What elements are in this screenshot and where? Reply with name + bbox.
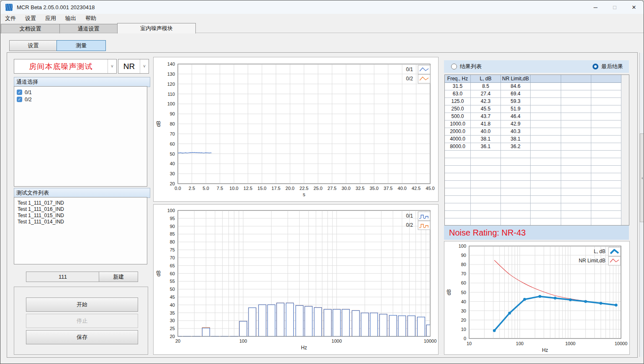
menu-output[interactable]: 输出: [61, 15, 81, 22]
channel-item[interactable]: ✓0/2: [14, 96, 147, 103]
table-cell-empty: [471, 181, 501, 188]
menu-settings[interactable]: 设置: [21, 15, 41, 22]
save-button[interactable]: 保存: [26, 330, 138, 344]
table-cell[interactable]: 8.5: [471, 83, 501, 90]
table-cell[interactable]: 31.5: [445, 83, 471, 90]
file-list-item[interactable]: Test 1_111_015_IND: [14, 213, 147, 219]
svg-text:90: 90: [170, 111, 175, 116]
table-cell-empty: [531, 196, 561, 203]
table-cell[interactable]: [531, 120, 561, 128]
table-cell[interactable]: [561, 128, 591, 136]
table-cell[interactable]: 42.9: [501, 120, 531, 128]
table-cell[interactable]: 69.4: [501, 90, 531, 98]
checkbox-checked-icon[interactable]: ✓: [17, 90, 22, 95]
maximize-button[interactable]: □: [605, 0, 624, 14]
file-list-item[interactable]: Test 1_111_016_IND: [14, 206, 147, 213]
table-cell[interactable]: 40.0: [471, 128, 501, 136]
channel-item[interactable]: ✓0/1: [14, 89, 147, 96]
chevron-down-icon[interactable]: ˅: [140, 59, 149, 73]
table-cell[interactable]: [591, 143, 621, 151]
svg-text:25.0: 25.0: [313, 186, 322, 191]
file-name-input[interactable]: 111: [26, 272, 100, 282]
table-cell[interactable]: 38.1: [501, 136, 531, 143]
svg-text:7.5: 7.5: [217, 186, 223, 191]
table-cell[interactable]: [531, 105, 561, 113]
file-list-item[interactable]: Test 1_111_017_IND: [14, 200, 147, 206]
table-cell-empty: [591, 218, 621, 226]
table-cell[interactable]: [561, 90, 591, 98]
table-cell[interactable]: [561, 120, 591, 128]
table-cell[interactable]: 38.1: [471, 136, 501, 143]
table-cell[interactable]: 250.0: [445, 105, 471, 113]
table-cell[interactable]: 4000.0: [445, 136, 471, 143]
table-cell-empty: [501, 218, 531, 226]
minimize-button[interactable]: ─: [586, 0, 605, 14]
nr-chart-panel: 010203040506070809010010100100010000HzdB…: [444, 241, 630, 355]
table-cell-empty: [561, 211, 591, 218]
table-cell[interactable]: [561, 113, 591, 120]
table-cell[interactable]: [591, 128, 621, 136]
last-result-radio[interactable]: [593, 64, 598, 69]
table-cell[interactable]: 51.9: [501, 105, 531, 113]
file-list-item[interactable]: Test 1_111_014_IND: [14, 219, 147, 225]
rating-type-combo[interactable]: NR ˅: [118, 59, 149, 74]
test-file-listbox[interactable]: Test 1_111_017_INDTest 1_111_016_INDTest…: [14, 197, 147, 264]
table-cell[interactable]: [591, 90, 621, 98]
table-cell[interactable]: [531, 83, 561, 90]
table-cell[interactable]: [561, 136, 591, 143]
test-type-combo[interactable]: 房间本底噪声测试 ˅: [14, 59, 117, 74]
table-cell-empty: [471, 218, 501, 226]
subtab-settings-button[interactable]: 设置: [9, 40, 57, 51]
table-cell[interactable]: [561, 105, 591, 113]
table-cell[interactable]: [561, 98, 591, 105]
table-cell[interactable]: [591, 120, 621, 128]
table-cell[interactable]: 63.0: [445, 90, 471, 98]
tab-indoor-noise-module[interactable]: 室内噪声模块: [117, 23, 196, 33]
table-cell[interactable]: 41.8: [471, 120, 501, 128]
table-cell[interactable]: [591, 113, 621, 120]
table-cell[interactable]: 43.7: [471, 113, 501, 120]
table-cell[interactable]: 8000.0: [445, 143, 471, 151]
table-cell[interactable]: 59.3: [501, 98, 531, 105]
table-cell-empty: [501, 181, 531, 188]
table-cell[interactable]: 45.5: [471, 105, 501, 113]
tab-channel-settings[interactable]: 通道设置: [59, 24, 118, 33]
checkbox-checked-icon[interactable]: ✓: [17, 97, 22, 102]
menu-file[interactable]: 文件: [0, 15, 21, 22]
table-cell[interactable]: [591, 83, 621, 90]
table-cell[interactable]: 1000.0: [445, 120, 471, 128]
table-cell[interactable]: 2000.0: [445, 128, 471, 136]
table-cell[interactable]: [531, 136, 561, 143]
table-cell[interactable]: 84.6: [501, 83, 531, 90]
table-cell[interactable]: 46.4: [501, 113, 531, 120]
table-cell[interactable]: [531, 98, 561, 105]
table-cell[interactable]: [561, 83, 591, 90]
table-cell[interactable]: [531, 90, 561, 98]
svg-text:dB: dB: [156, 270, 162, 277]
result-list-radio[interactable]: [451, 64, 457, 69]
table-cell[interactable]: [531, 128, 561, 136]
new-button[interactable]: 新建: [99, 272, 138, 282]
chevron-down-icon[interactable]: ˅: [108, 59, 116, 73]
tab-document-settings[interactable]: 文档设置: [1, 24, 60, 33]
table-cell[interactable]: 125.0: [445, 98, 471, 105]
table-cell[interactable]: [591, 136, 621, 143]
table-cell[interactable]: [591, 98, 621, 105]
table-cell[interactable]: 27.4: [471, 90, 501, 98]
start-button[interactable]: 开始: [26, 297, 138, 312]
table-cell[interactable]: 36.2: [501, 143, 531, 151]
menu-application[interactable]: 应用: [41, 15, 61, 22]
table-cell[interactable]: 500.0: [445, 113, 471, 120]
channel-listbox[interactable]: ✓0/1✓0/2: [14, 86, 147, 187]
table-cell[interactable]: 40.3: [501, 128, 531, 136]
table-cell[interactable]: [561, 143, 591, 151]
collapse-panel-handle[interactable]: ‹: [640, 133, 644, 222]
table-cell[interactable]: [531, 143, 561, 151]
table-cell[interactable]: 42.3: [471, 98, 501, 105]
subtab-measure-button[interactable]: 测量: [56, 40, 106, 51]
close-button[interactable]: ✕: [624, 0, 644, 14]
table-cell[interactable]: [591, 105, 621, 113]
menu-help[interactable]: 帮助: [81, 15, 101, 22]
table-cell[interactable]: 36.1: [471, 143, 501, 151]
table-cell[interactable]: [531, 113, 561, 120]
